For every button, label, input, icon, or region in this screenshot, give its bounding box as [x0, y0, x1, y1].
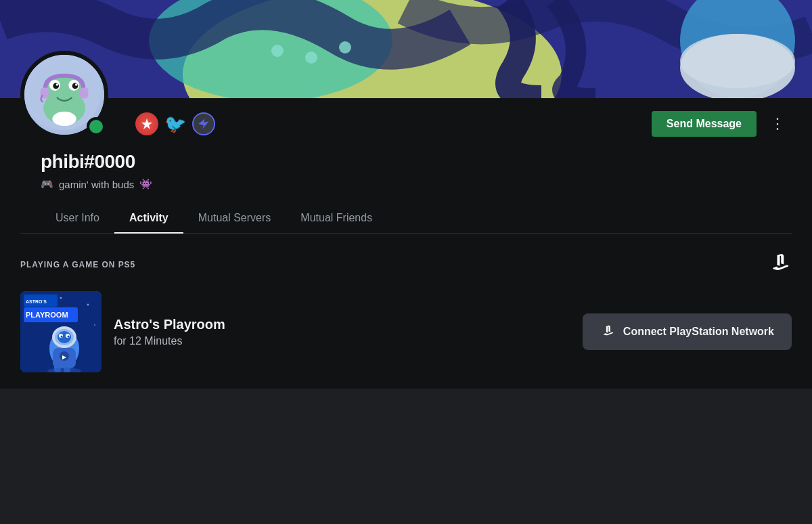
game-info: Astro's Playroom for 12 Minutes [102, 317, 583, 347]
svg-text:ASTRO'S: ASTRO'S [26, 299, 47, 304]
game-thumbnail: ASTRO'S PLAYROOM ▶ [20, 291, 102, 372]
svg-point-20 [52, 112, 76, 126]
speed-badge [192, 112, 215, 135]
svg-point-17 [75, 83, 78, 86]
activity-section: PLAYING A GAME ON PS5 [0, 234, 812, 389]
svg-point-4 [305, 51, 317, 64]
psn-button-icon [600, 323, 615, 341]
status-row: 🎮 gamin' with buds 👾 [41, 178, 771, 190]
username: phibi#0000 [41, 151, 771, 173]
tab-activity[interactable]: Activity [114, 204, 183, 234]
badges-row: 🐦 [135, 112, 215, 135]
status-emoji-alien: 👾 [139, 178, 152, 190]
server-booster-badge [135, 112, 158, 135]
status-emoji-gamepad: 🎮 [41, 178, 53, 190]
send-message-button[interactable]: Send Message [652, 111, 757, 137]
svg-rect-19 [80, 87, 88, 98]
psn-button-label: Connect PlayStation Network [623, 326, 774, 338]
activity-section-label: PLAYING A GAME ON PS5 [20, 250, 792, 279]
tab-mutual-servers[interactable]: Mutual Servers [183, 204, 286, 234]
more-options-button[interactable]: ⋮ [765, 114, 792, 134]
profile-banner [0, 0, 812, 98]
profile-tabs: User Info Activity Mutual Servers Mutual… [20, 204, 792, 234]
svg-text:▶: ▶ [62, 354, 67, 360]
svg-point-27 [94, 324, 95, 326]
username-section: phibi#0000 🎮 gamin' with buds 👾 [20, 139, 792, 197]
tab-mutual-friends[interactable]: Mutual Friends [286, 204, 387, 234]
game-duration: for 12 Minutes [114, 335, 583, 347]
avatar-wrapper [20, 51, 108, 139]
svg-point-5 [339, 41, 351, 53]
tab-user-info[interactable]: User Info [41, 204, 114, 234]
svg-point-25 [87, 304, 89, 306]
connect-psn-button[interactable]: Connect PlayStation Network [583, 313, 792, 350]
nitro-badge: 🐦 [164, 112, 187, 135]
profile-section: 🐦 Send Message ⋮ phibi#0000 🎮 gamin' wit… [0, 98, 812, 234]
svg-point-26 [60, 297, 62, 299]
game-title: Astro's Playroom [114, 317, 583, 332]
svg-point-3 [271, 45, 284, 57]
header-actions: Send Message ⋮ [652, 111, 792, 137]
svg-point-16 [56, 83, 59, 86]
svg-point-8 [680, 34, 795, 88]
playing-label: PLAYING A GAME ON PS5 [20, 260, 135, 269]
playstation-logo-icon [767, 250, 792, 279]
game-activity-row: ASTRO'S PLAYROOM ▶ [20, 291, 792, 372]
online-status-dot [87, 117, 106, 136]
header-row: 🐦 Send Message ⋮ [20, 98, 792, 139]
svg-point-15 [72, 83, 78, 89]
svg-point-39 [68, 336, 70, 338]
status-text: gamin' with buds [59, 179, 134, 190]
svg-point-38 [61, 336, 63, 338]
svg-point-14 [53, 83, 59, 89]
svg-text:PLAYROOM: PLAYROOM [26, 311, 68, 319]
